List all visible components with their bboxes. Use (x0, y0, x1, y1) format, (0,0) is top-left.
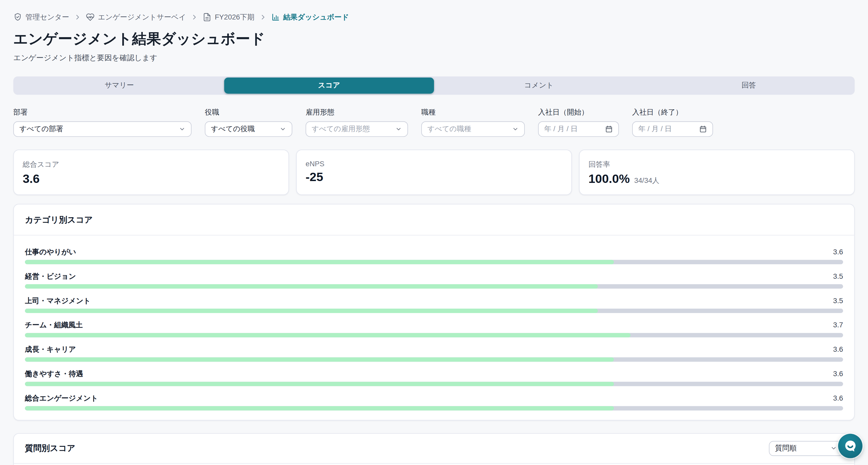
hire-date-end-input[interactable]: 年 / 月 / 日 (632, 121, 713, 137)
select-value: すべての部署 (20, 124, 63, 134)
category-score: 3.5 (833, 271, 843, 281)
chevron-down-icon (280, 126, 286, 133)
calendar-icon (605, 125, 613, 133)
hire-date-start-input[interactable]: 年 / 月 / 日 (538, 121, 619, 137)
score-bar-fill (25, 382, 614, 386)
category-score-row: 総合エンゲージメント 3.6 (25, 386, 843, 410)
job-category-select[interactable]: すべての職種 (421, 121, 525, 137)
filter-label: 雇用形態 (306, 108, 408, 117)
category-score: 3.6 (833, 345, 843, 354)
category-score-row: 成長・キャリア 3.6 (25, 338, 843, 362)
tab-responses[interactable]: 回答 (644, 78, 854, 93)
score-bar-track (25, 309, 843, 313)
score-bar-track (25, 284, 843, 289)
breadcrumb-label: 結果ダッシュボード (283, 12, 349, 22)
category-label: 上司・マネジメント (25, 296, 91, 305)
tab-score[interactable]: スコア (224, 78, 434, 93)
filter-label: 役職 (205, 108, 292, 117)
summary-cards: 総合スコア 3.6 eNPS -25 回答率 100.0% 34/34人 (13, 150, 855, 195)
chevron-right-icon (259, 14, 266, 21)
chevron-right-icon (191, 14, 198, 21)
category-score: 3.7 (833, 320, 843, 329)
score-bar-fill (25, 260, 614, 264)
calendar-icon (699, 125, 707, 133)
select-value: 質問順 (775, 443, 797, 453)
shield-check-icon (13, 13, 22, 22)
card-label: 回答率 (588, 159, 845, 169)
filter-hire-date-start: 入社日（開始） 年 / 月 / 日 (538, 108, 619, 137)
category-score: 3.6 (833, 247, 843, 256)
tab-summary[interactable]: サマリー (14, 78, 224, 93)
employment-type-select[interactable]: すべての雇用形態 (306, 121, 408, 137)
filter-employment-type: 雇用形態 すべての雇用形態 (306, 108, 408, 137)
score-bar-fill (25, 284, 597, 289)
chevron-down-icon (395, 126, 402, 133)
breadcrumb: 管理センター エンゲージメントサーベイ FY2026下期 (13, 0, 855, 22)
filter-label: 職種 (421, 108, 525, 117)
overall-score-value: 3.6 (23, 173, 39, 185)
bar-chart-icon (271, 13, 280, 22)
category-score-row: チーム・組織風土 3.7 (25, 313, 843, 338)
filter-role: 役職 すべての役職 (205, 108, 292, 137)
score-bar-fill (25, 406, 614, 410)
tab-comments[interactable]: コメント (434, 78, 644, 93)
score-bar-fill (25, 333, 630, 337)
tabbar: サマリー スコア コメント 回答 (13, 76, 855, 94)
question-sort-select[interactable]: 質問順 (769, 441, 843, 456)
select-value: すべての職種 (427, 124, 471, 134)
card-label: eNPS (306, 159, 562, 168)
filter-label: 入社日（開始） (538, 108, 619, 117)
category-score-row: 経営・ビジョン 3.5 (25, 264, 843, 289)
question-panel-header: 質問別スコア 質問順 (14, 434, 854, 464)
filter-job-category: 職種 すべての職種 (421, 108, 525, 137)
category-panel-body: 仕事のやりがい 3.6 経営・ビジョン 3.5 上司・マネジメント 3. (14, 235, 854, 420)
chat-bubble-icon (843, 439, 857, 453)
enps-card: eNPS -25 (296, 150, 572, 195)
response-rate-value: 100.0% (588, 173, 630, 185)
category-label: 仕事のやりがい (25, 247, 76, 256)
breadcrumb-item-engagement-survey[interactable]: エンゲージメントサーベイ (86, 12, 186, 22)
score-bar-track (25, 260, 843, 264)
filter-department: 部署 すべての部署 (13, 108, 192, 137)
overall-score-card: 総合スコア 3.6 (13, 150, 289, 195)
breadcrumb-label: エンゲージメントサーベイ (98, 12, 186, 22)
enps-value: -25 (306, 171, 323, 183)
date-placeholder: 年 / 月 / 日 (544, 124, 578, 134)
score-bar-fill (25, 309, 597, 313)
filter-label: 部署 (13, 108, 192, 117)
score-bar-track (25, 333, 843, 337)
category-label: 働きやすさ・待遇 (25, 369, 83, 378)
heart-pulse-icon (86, 13, 94, 22)
filter-bar: 部署 すべての部署 役職 すべての役職 雇用形態 (13, 108, 855, 137)
category-score-row: 仕事のやりがい 3.6 (25, 240, 843, 264)
category-score-row: 上司・マネジメント 3.5 (25, 289, 843, 313)
chevron-down-icon (512, 126, 519, 133)
category-label: チーム・組織風土 (25, 320, 83, 329)
breadcrumb-item-results-dashboard[interactable]: 結果ダッシュボード (271, 12, 349, 22)
category-score: 3.6 (833, 393, 843, 403)
select-value: すべての雇用形態 (312, 124, 370, 134)
page-subtitle: エンゲージメント指標と要因を確認します (13, 53, 855, 63)
category-score: 3.6 (833, 369, 843, 378)
breadcrumb-item-fy2026-second-half[interactable]: FY2026下期 (203, 12, 254, 22)
question-panel-title: 質問別スコア (25, 443, 75, 454)
page-title: エンゲージメント結果ダッシュボード (13, 31, 855, 48)
score-bar-fill (25, 357, 614, 361)
filter-hire-date-end: 入社日（終了） 年 / 月 / 日 (632, 108, 713, 137)
category-scores-panel: カテゴリ別スコア 仕事のやりがい 3.6 経営・ビジョン 3.5 (13, 204, 855, 420)
role-select[interactable]: すべての役職 (205, 121, 292, 137)
file-text-icon (203, 13, 211, 22)
category-score: 3.5 (833, 296, 843, 305)
category-label: 総合エンゲージメント (25, 393, 98, 403)
select-value: すべての役職 (211, 124, 255, 134)
category-label: 成長・キャリア (25, 345, 76, 354)
breadcrumb-item-admin-center[interactable]: 管理センター (13, 12, 69, 22)
card-label: 総合スコア (23, 159, 280, 169)
question-panel-body (14, 464, 854, 465)
question-scores-panel: 質問別スコア 質問順 (13, 433, 855, 465)
score-bar-track (25, 382, 843, 386)
breadcrumb-label: FY2026下期 (215, 12, 254, 22)
department-select[interactable]: すべての部署 (13, 121, 192, 137)
date-placeholder: 年 / 月 / 日 (638, 124, 672, 134)
chevron-down-icon (830, 445, 837, 452)
